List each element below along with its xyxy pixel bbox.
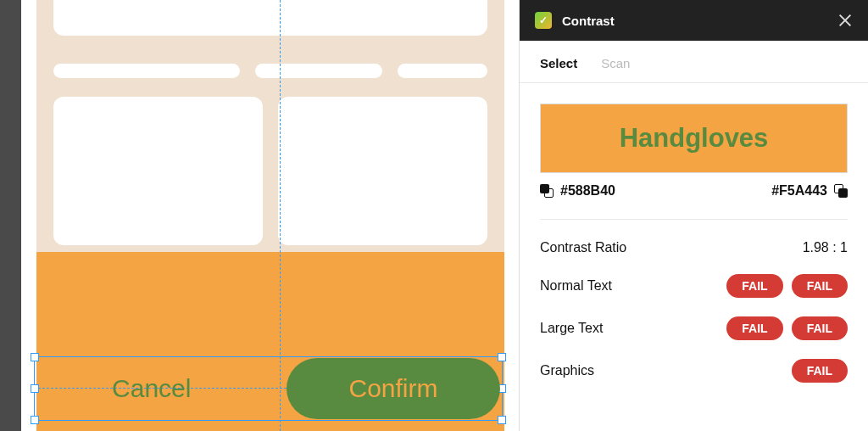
placeholder-pill	[398, 64, 487, 78]
background-color[interactable]: #F5A443	[771, 183, 848, 199]
contrast-ratio-row: Contrast Ratio 1.98 : 1	[540, 240, 848, 255]
close-icon[interactable]	[837, 13, 853, 28]
background-swatch-icon	[834, 184, 848, 198]
tab-scan[interactable]: Scan	[601, 56, 630, 70]
status-badge: FAIL	[726, 274, 782, 298]
background-hex: #F5A443	[771, 183, 827, 199]
status-badge: FAIL	[792, 274, 848, 298]
selection-bounds[interactable]: Cancel Confirm	[34, 356, 503, 421]
placeholder-card-pair	[53, 97, 487, 245]
panel-body: Handgloves #588B40 #F5A443 Contrast Rati…	[520, 83, 868, 431]
placeholder-card	[53, 0, 487, 36]
divider	[540, 219, 848, 220]
placeholder-pill	[53, 64, 240, 78]
preview-swatch: Handgloves	[540, 104, 848, 173]
normal-text-row: Normal Text FAIL FAIL	[540, 274, 848, 298]
foreground-hex: #588B40	[560, 183, 615, 199]
placeholder-pill-row	[53, 64, 487, 78]
placeholder-card	[53, 97, 263, 245]
design-canvas[interactable]: Cancel Confirm	[0, 0, 517, 431]
status-badge: FAIL	[792, 316, 848, 340]
cancel-button-layer[interactable]: Cancel	[35, 374, 269, 403]
ratio-value: 1.98 : 1	[803, 240, 848, 255]
large-text-row: Large Text FAIL FAIL	[540, 316, 848, 340]
graphics-row: Graphics FAIL	[540, 359, 848, 383]
status-badge: FAIL	[726, 316, 782, 340]
status-badge: FAIL	[792, 359, 848, 383]
mockup-upper-bg	[36, 0, 504, 252]
color-values-row: #588B40 #F5A443	[540, 183, 848, 199]
foreground-swatch-icon	[540, 184, 554, 198]
contrast-app-icon: ✓	[535, 12, 552, 29]
confirm-button-wrapper: Confirm	[269, 358, 503, 419]
panel-title: Contrast	[562, 14, 827, 28]
graphics-label: Graphics	[540, 363, 594, 378]
confirm-button-layer[interactable]: Confirm	[287, 358, 500, 419]
panel-tabs: Select Scan	[520, 41, 868, 83]
panel-header: ✓ Contrast	[520, 0, 868, 41]
large-text-label: Large Text	[540, 321, 603, 336]
normal-text-label: Normal Text	[540, 278, 612, 294]
foreground-color[interactable]: #588B40	[540, 183, 615, 199]
ratio-label: Contrast Ratio	[540, 240, 626, 255]
placeholder-pill	[255, 64, 382, 78]
placeholder-card	[278, 97, 487, 245]
tab-select[interactable]: Select	[540, 56, 577, 70]
canvas-gutter	[0, 0, 21, 431]
contrast-panel: ✓ Contrast Select Scan Handgloves #588B4…	[519, 0, 868, 431]
